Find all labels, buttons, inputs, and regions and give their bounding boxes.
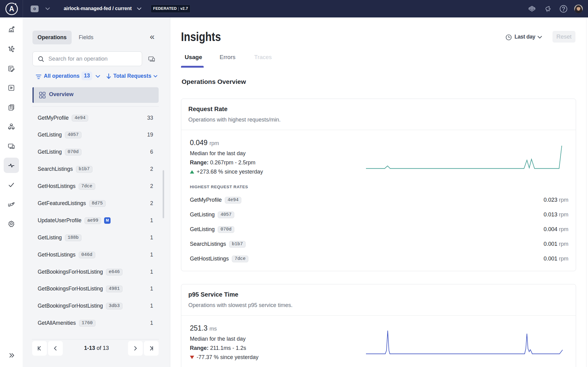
svg-text:A: A <box>9 5 14 13</box>
